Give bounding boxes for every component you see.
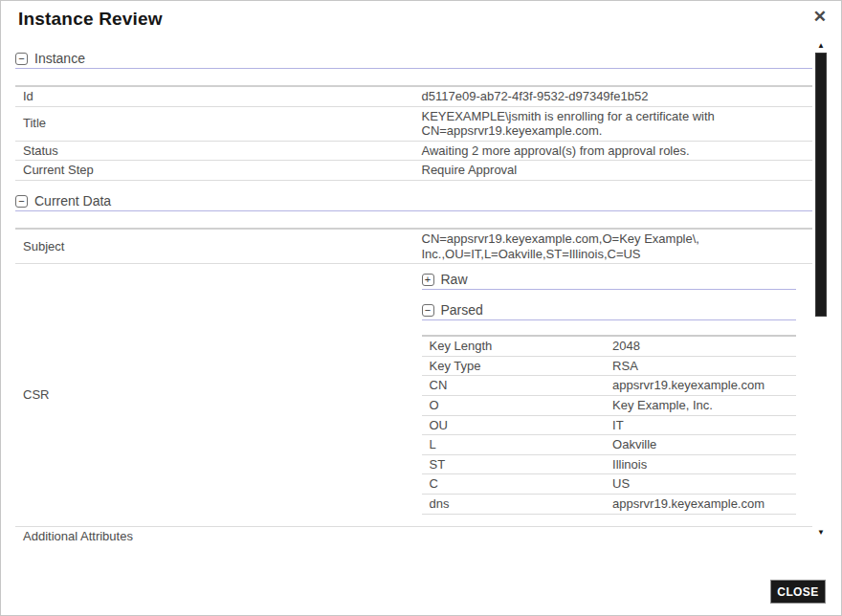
field-value: d5117e09-ab72-4f3f-9532-d97349fe1b52 — [414, 86, 813, 106]
table-row: Title KEYEXAMPLE\jsmith is enrolling for… — [15, 106, 812, 141]
section-header-instance[interactable]: − Instance — [15, 51, 812, 69]
field-label: O — [422, 395, 606, 415]
table-row: Current Step Require Approval — [15, 161, 812, 181]
table-row: dns appsrvr19.keyexample.com — [422, 494, 796, 514]
table-row: O Key Example, Inc. — [422, 395, 796, 415]
field-label: Additional Attributes — [15, 526, 414, 543]
field-value: Awaiting 2 more approval(s) from approva… — [414, 141, 813, 161]
csr-value-cell: + Raw − Parsed K — [414, 264, 813, 526]
field-value: Require Approval — [414, 161, 813, 181]
scrollbar[interactable]: ▲ ▼ — [814, 41, 828, 539]
field-label: Status — [15, 141, 414, 161]
table-row: Subject CN=appsrvr19.keyexample.com,O=Ke… — [15, 229, 812, 264]
collapse-icon[interactable]: − — [422, 304, 434, 317]
close-button[interactable]: CLOSE — [770, 580, 826, 604]
field-label: Id — [15, 86, 414, 106]
parsed-csr-table: Key Length 2048 Key Type RSA — [422, 335, 796, 514]
field-value: IT — [605, 415, 795, 435]
table-row-csr: CSR + Raw − Parsed — [15, 264, 812, 526]
table-row: Id d5117e09-ab72-4f3f-9532-d97349fe1b52 — [15, 86, 812, 106]
field-label: ST — [422, 454, 606, 474]
field-label: Title — [15, 106, 414, 141]
close-icon[interactable]: ✕ — [813, 8, 827, 27]
field-value: CN=appsrvr19.keyexample.com,O=Key Exampl… — [414, 229, 813, 264]
field-value: Illinois — [605, 454, 795, 474]
field-label: Subject — [15, 229, 414, 264]
field-label: Key Type — [422, 356, 606, 376]
field-label: OU — [422, 415, 606, 435]
table-row: CN appsrvr19.keyexample.com — [422, 376, 796, 396]
section-label: Parsed — [441, 302, 483, 319]
field-value — [414, 526, 813, 543]
dialog-header: Instance Review ✕ — [1, 1, 841, 39]
section-label: Raw — [441, 272, 468, 288]
field-label: Key Length — [422, 336, 606, 356]
table-row: L Oakville — [422, 435, 796, 455]
field-value: Oakville — [605, 435, 795, 455]
table-row: C US — [422, 474, 796, 495]
scroll-down-arrow[interactable]: ▼ — [814, 528, 828, 537]
instance-table: Id d5117e09-ab72-4f3f-9532-d97349fe1b52 … — [15, 85, 812, 181]
current-data-table: Subject CN=appsrvr19.keyexample.com,O=Ke… — [15, 228, 812, 543]
field-value: KEYEXAMPLE\jsmith is enrolling for a cer… — [414, 106, 813, 141]
table-row: OU IT — [422, 415, 796, 435]
page-title: Instance Review — [18, 9, 163, 30]
field-label: C — [422, 474, 606, 495]
field-label: dns — [422, 494, 606, 514]
section-header-parsed[interactable]: − Parsed — [422, 302, 796, 320]
table-row: Key Type RSA — [422, 356, 796, 376]
field-value: Key Example, Inc. — [605, 395, 795, 415]
scrollbar-thumb[interactable] — [815, 53, 827, 317]
dialog-body: − Instance Id d5117e09-ab72-4f3f-9532-d9… — [1, 39, 816, 543]
scroll-up-arrow[interactable]: ▲ — [814, 41, 828, 50]
section-header-raw[interactable]: + Raw — [422, 272, 796, 290]
field-value: US — [605, 474, 795, 495]
table-row: Status Awaiting 2 more approval(s) from … — [15, 141, 812, 161]
field-label: CSR — [15, 264, 414, 526]
section-label: Current Data — [34, 193, 111, 209]
collapse-icon[interactable]: − — [15, 53, 28, 65]
expand-icon[interactable]: + — [422, 274, 434, 286]
section-label: Instance — [34, 51, 85, 67]
table-row-additional-attributes: Additional Attributes — [15, 526, 812, 543]
section-header-current-data[interactable]: − Current Data — [15, 193, 812, 211]
collapse-icon[interactable]: − — [15, 195, 28, 208]
field-value: RSA — [605, 356, 795, 376]
table-row: Key Length 2048 — [422, 336, 796, 356]
field-value: 2048 — [605, 336, 795, 356]
field-label: Current Step — [15, 161, 414, 181]
table-row: ST Illinois — [422, 454, 796, 474]
field-value: appsrvr19.keyexample.com — [605, 494, 795, 514]
field-label: L — [422, 435, 606, 455]
field-label: CN — [422, 376, 606, 396]
dialog-footer: CLOSE — [1, 569, 841, 615]
instance-review-dialog: Instance Review ✕ − Instance Id d5117e09… — [0, 0, 842, 616]
field-value: appsrvr19.keyexample.com — [605, 376, 795, 396]
